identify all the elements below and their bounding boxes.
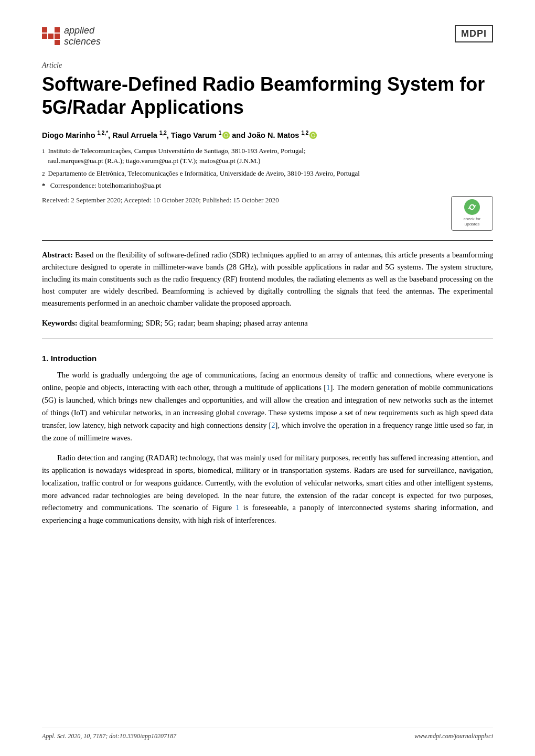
section-introduction: 1. Introduction The world is gradually u… xyxy=(42,354,493,527)
orcid-icon-tiago xyxy=(222,132,230,139)
affil-text-star: Correspondence: botelhomarinho@ua.pt xyxy=(49,180,162,191)
received-line: Received: 2 September 2020; Accepted: 10… xyxy=(42,196,493,231)
orcid-icon-joao xyxy=(309,132,317,139)
affil-star: * xyxy=(42,180,46,191)
received-dates: Received: 2 September 2020; Accepted: 10… xyxy=(42,196,279,204)
section-heading-1: 1. Introduction xyxy=(42,354,493,363)
check-updates-icon xyxy=(464,199,480,215)
journal-name-sciences: sciences xyxy=(64,36,101,47)
section-title-1: Introduction xyxy=(51,354,97,363)
footer-citation: Appl. Sci. 2020, 10, 7187; doi:10.3390/a… xyxy=(42,732,176,740)
author-4: João N. Matos 1,2 xyxy=(248,131,317,139)
correspondence: * Correspondence: botelhomarinho@ua.pt xyxy=(42,180,493,191)
journal-name-applied: applied xyxy=(64,25,101,36)
header: applied sciences MDPI xyxy=(42,25,493,47)
ref-link-fig1[interactable]: 1 xyxy=(236,503,239,512)
abstract-body: Based on the flexibility of software-def… xyxy=(42,251,493,308)
authors-line: Diogo Marinho 1,2,*, Raul Arruela 1,2, T… xyxy=(42,130,493,139)
affil-num-2: 2 xyxy=(42,169,45,179)
affil-num-1: 1 xyxy=(42,147,45,166)
divider-2 xyxy=(42,339,493,339)
affil-text-2: Departamento de Eletrónica, Telecomunica… xyxy=(48,168,360,179)
check-updates-label: check for updates xyxy=(457,217,487,228)
page: applied sciences MDPI Article Software-D… xyxy=(0,0,535,756)
abstract-text: Abstract: Based on the flexibility of so… xyxy=(42,249,493,310)
keywords-label: Keywords: xyxy=(42,319,78,327)
section-number-1: 1. xyxy=(42,354,51,363)
affiliation-2: 2 Departamento de Eletrónica, Telecomuni… xyxy=(42,168,493,179)
author-2: Raul Arruela 1,2 xyxy=(112,131,167,139)
footer-url: www.mdpi.com/journal/applsci xyxy=(414,732,493,740)
affiliation-1: 1 Instituto de Telecomunicações, Campus … xyxy=(42,146,493,166)
keywords-section: Keywords: digital beamforming; SDR; 5G; … xyxy=(42,318,493,329)
divider-1 xyxy=(42,240,493,241)
article-title: Software-Defined Radio Beamforming Syste… xyxy=(42,73,493,118)
ref-link-2[interactable]: 2 xyxy=(271,421,275,429)
intro-paragraph-1: The world is gradually undergoing the ag… xyxy=(42,369,493,445)
author-connector: and xyxy=(232,131,248,139)
keywords-text: digital beamforming; SDR; 5G; radar; bea… xyxy=(79,319,307,327)
intro-paragraph-2: Radio detection and ranging (RADAR) tech… xyxy=(42,452,493,527)
journal-logo: applied sciences xyxy=(42,25,101,47)
check-for-updates-badge[interactable]: check for updates xyxy=(451,196,493,231)
logo-grid-icon xyxy=(42,27,60,45)
affil-text-1: Instituto de Telecomunicações, Campus Un… xyxy=(48,146,306,166)
article-label: Article xyxy=(42,61,493,70)
mdpi-logo: MDPI xyxy=(455,25,493,42)
abstract-section: Abstract: Based on the flexibility of so… xyxy=(42,249,493,310)
check-updates-svg xyxy=(467,202,477,212)
author-1: Diogo Marinho 1,2,* xyxy=(42,131,108,139)
author-3: Tiago Varum 1 xyxy=(171,131,230,139)
abstract-label: Abstract: xyxy=(42,251,73,259)
ref-link-1[interactable]: 1 xyxy=(326,383,330,392)
affiliations: 1 Instituto de Telecomunicações, Campus … xyxy=(42,146,493,191)
check-updates-circle xyxy=(464,199,480,215)
journal-name: applied sciences xyxy=(64,25,101,47)
page-footer: Appl. Sci. 2020, 10, 7187; doi:10.3390/a… xyxy=(42,728,493,740)
